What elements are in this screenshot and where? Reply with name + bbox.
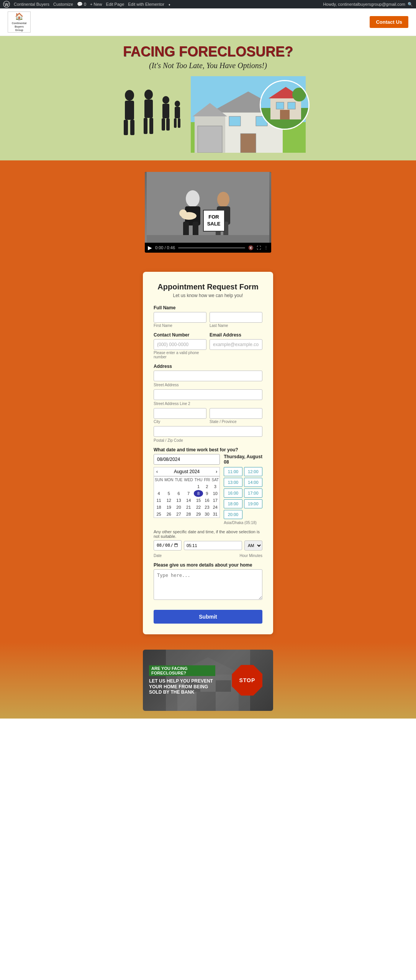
admin-continental-buyers[interactable]: Continental Buyers [14, 2, 49, 7]
video-controls: ▶ 0:00 / 0:46 🔇 ⛶ ⋮ [145, 243, 271, 253]
volume-icon[interactable]: 🔇 [248, 245, 254, 250]
address-group: Address Street Address Street Address Li… [154, 364, 262, 443]
calendar-day[interactable]: 17 [211, 497, 219, 504]
calendar-day[interactable]: 23 [203, 504, 211, 511]
cal-next-icon[interactable]: › [216, 469, 217, 474]
city-state-row: City State / Province [154, 408, 262, 424]
svg-rect-11 [162, 104, 169, 118]
time-slot-button[interactable]: 12:00 [244, 467, 262, 476]
alt-date-input[interactable] [154, 540, 182, 550]
calendar-day[interactable]: 31 [211, 511, 219, 518]
calendar-day[interactable]: 3 [211, 483, 219, 490]
email-input[interactable] [210, 339, 262, 350]
svg-rect-37 [280, 110, 290, 119]
street2-input[interactable] [154, 389, 262, 400]
cal-prev-icon[interactable]: ‹ [156, 469, 158, 474]
calendar-day[interactable]: 7 [183, 490, 193, 497]
form-subtitle: Let us know how we can help you! [154, 293, 262, 298]
svg-rect-43 [183, 222, 189, 237]
submit-button[interactable]: Submit [154, 610, 262, 624]
svg-point-2 [125, 90, 134, 101]
calendar-day[interactable]: 2 [203, 483, 211, 490]
admin-extra[interactable]: ⬧ [168, 2, 171, 7]
calendar-day[interactable]: 30 [203, 511, 211, 518]
street-input[interactable] [154, 371, 262, 381]
cal-header-tue: TUE [174, 477, 183, 483]
admin-new[interactable]: + New [90, 2, 102, 7]
play-button[interactable]: ▶ [148, 245, 152, 251]
more-details-textarea[interactable] [154, 569, 262, 600]
calendar-day[interactable]: 6 [174, 490, 183, 497]
calendar-day[interactable]: 22 [194, 504, 203, 511]
calendar-day[interactable]: 28 [183, 511, 193, 518]
full-name-group: Full Name First Name Last Name [154, 305, 262, 328]
calendar-day[interactable]: 13 [174, 497, 183, 504]
admin-customize[interactable]: Customize [53, 2, 73, 7]
admin-search-icon[interactable]: 🔍 [408, 2, 413, 7]
admin-comments[interactable]: 💬 0 [77, 2, 86, 7]
svg-rect-35 [276, 102, 284, 109]
time-slot-button[interactable]: 16:00 [224, 488, 242, 498]
contact-us-button[interactable]: Contact Us [370, 16, 408, 28]
calendar-day[interactable]: 9 [203, 490, 211, 497]
more-options-icon[interactable]: ⋮ [264, 245, 268, 250]
postal-input[interactable] [154, 426, 262, 437]
calendar-day[interactable]: 8 [194, 490, 203, 497]
admin-edit-page[interactable]: Edit Page [106, 2, 124, 7]
calendar-day[interactable]: 27 [174, 511, 183, 518]
svg-rect-13 [166, 118, 170, 131]
appointment-times: Thursday, August 08 11:0012:0013:0014:00… [224, 454, 262, 525]
calendar-day[interactable]: 12 [164, 497, 174, 504]
time-slot-button[interactable]: 14:00 [244, 478, 262, 487]
calendar-day[interactable]: 26 [164, 511, 174, 518]
svg-point-45 [217, 192, 229, 207]
video-container: FOR SALE ▶ 0:00 / 0:46 🔇 ⛶ ⋮ [145, 172, 271, 253]
time-display: 0:00 / 0:46 [155, 245, 175, 250]
admin-wp-logo[interactable]: W [3, 1, 10, 8]
time-slot-button[interactable]: 18:00 [224, 499, 242, 508]
alt-ampm-select[interactable]: AM PM [244, 541, 262, 550]
calendar-day[interactable]: 20 [174, 504, 183, 511]
email-label: Email Address [210, 332, 262, 338]
calendar-day[interactable]: 10 [211, 490, 219, 497]
calendar-day [183, 483, 193, 490]
calendar-day[interactable]: 14 [183, 497, 193, 504]
time-slot-button[interactable]: 17:00 [244, 488, 262, 498]
state-input[interactable] [210, 408, 262, 419]
first-name-input[interactable] [154, 312, 206, 323]
contact-email-row: Contact Number Please enter a valid phon… [154, 332, 262, 359]
calendar-day[interactable]: 11 [154, 497, 164, 504]
city-input[interactable] [154, 408, 206, 419]
alt-time-label: Hour Minutes [240, 554, 262, 558]
last-name-input[interactable] [210, 312, 262, 323]
fullscreen-icon[interactable]: ⛶ [257, 245, 261, 250]
progress-bar[interactable] [178, 247, 245, 248]
calendar-day[interactable]: 25 [154, 511, 164, 518]
cal-header-fri: FRI [203, 477, 211, 483]
svg-rect-26 [229, 116, 241, 126]
calendar-day[interactable]: 1 [194, 483, 203, 490]
calendar-day[interactable]: 5 [164, 490, 174, 497]
admin-bar: W Continental Buyers Customize 💬 0 + New… [0, 0, 416, 8]
time-slot-button[interactable]: 13:00 [224, 478, 242, 487]
calendar-day[interactable]: 21 [183, 504, 193, 511]
stop-sign-icon: STOP [232, 665, 262, 696]
time-slot-button[interactable]: 20:00 [224, 510, 242, 519]
appointment-row: ‹ August 2024 › SUN MON TUE WED [154, 454, 262, 525]
calendar-day[interactable]: 15 [194, 497, 203, 504]
calendar-day[interactable]: 24 [211, 504, 219, 511]
time-slot-button[interactable]: 11:00 [224, 467, 242, 476]
time-slot-button[interactable]: 19:00 [244, 499, 262, 508]
calendar-date-input[interactable] [154, 454, 220, 465]
admin-edit-elementor[interactable]: Edit with Elementor [128, 2, 164, 7]
calendar-day[interactable]: 4 [154, 490, 164, 497]
contact-input[interactable] [154, 339, 206, 350]
banner-line1: ARE YOU FACING FORECLOSURE? [149, 665, 215, 676]
svg-point-10 [162, 96, 169, 104]
calendar-day[interactable]: 19 [164, 504, 174, 511]
alt-time-input[interactable] [184, 541, 242, 550]
calendar-day[interactable]: 18 [154, 504, 164, 511]
calendar-day[interactable]: 16 [203, 497, 211, 504]
calendar-day[interactable]: 29 [194, 511, 203, 518]
site-logo: 🏠 ContinentalBuyersGroup [8, 11, 31, 33]
